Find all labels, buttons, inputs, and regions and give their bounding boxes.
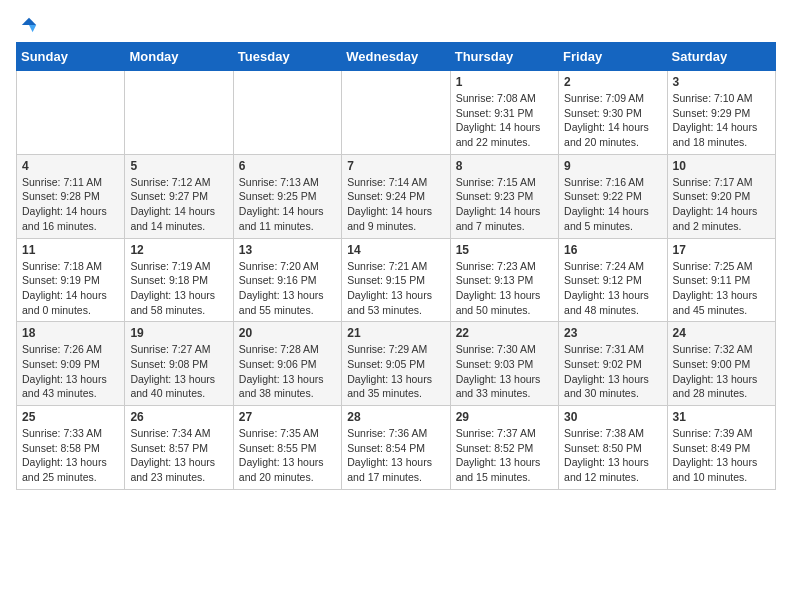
calendar-day-header: Saturday <box>667 43 775 71</box>
calendar-day-cell: 14Sunrise: 7:21 AM Sunset: 9:15 PM Dayli… <box>342 238 450 322</box>
day-info: Sunrise: 7:24 AM Sunset: 9:12 PM Dayligh… <box>564 259 661 318</box>
day-info: Sunrise: 7:37 AM Sunset: 8:52 PM Dayligh… <box>456 426 553 485</box>
day-number: 27 <box>239 410 336 424</box>
calendar-day-header: Monday <box>125 43 233 71</box>
day-number: 16 <box>564 243 661 257</box>
day-number: 24 <box>673 326 770 340</box>
day-number: 30 <box>564 410 661 424</box>
logo-icon <box>20 16 38 34</box>
calendar-day-cell: 6Sunrise: 7:13 AM Sunset: 9:25 PM Daylig… <box>233 154 341 238</box>
calendar-day-cell: 17Sunrise: 7:25 AM Sunset: 9:11 PM Dayli… <box>667 238 775 322</box>
logo <box>16 16 38 34</box>
day-info: Sunrise: 7:25 AM Sunset: 9:11 PM Dayligh… <box>673 259 770 318</box>
svg-marker-1 <box>29 25 36 32</box>
day-info: Sunrise: 7:38 AM Sunset: 8:50 PM Dayligh… <box>564 426 661 485</box>
day-number: 23 <box>564 326 661 340</box>
calendar-header-row: SundayMondayTuesdayWednesdayThursdayFrid… <box>17 43 776 71</box>
day-number: 8 <box>456 159 553 173</box>
day-info: Sunrise: 7:28 AM Sunset: 9:06 PM Dayligh… <box>239 342 336 401</box>
day-info: Sunrise: 7:14 AM Sunset: 9:24 PM Dayligh… <box>347 175 444 234</box>
calendar-day-cell: 18Sunrise: 7:26 AM Sunset: 9:09 PM Dayli… <box>17 322 125 406</box>
calendar-day-header: Wednesday <box>342 43 450 71</box>
calendar-day-cell: 24Sunrise: 7:32 AM Sunset: 9:00 PM Dayli… <box>667 322 775 406</box>
day-info: Sunrise: 7:32 AM Sunset: 9:00 PM Dayligh… <box>673 342 770 401</box>
day-number: 11 <box>22 243 119 257</box>
day-number: 6 <box>239 159 336 173</box>
day-info: Sunrise: 7:17 AM Sunset: 9:20 PM Dayligh… <box>673 175 770 234</box>
calendar-week-row: 1Sunrise: 7:08 AM Sunset: 9:31 PM Daylig… <box>17 71 776 155</box>
day-info: Sunrise: 7:12 AM Sunset: 9:27 PM Dayligh… <box>130 175 227 234</box>
day-info: Sunrise: 7:08 AM Sunset: 9:31 PM Dayligh… <box>456 91 553 150</box>
calendar-table: SundayMondayTuesdayWednesdayThursdayFrid… <box>16 42 776 490</box>
calendar-day-cell: 13Sunrise: 7:20 AM Sunset: 9:16 PM Dayli… <box>233 238 341 322</box>
calendar-day-cell: 22Sunrise: 7:30 AM Sunset: 9:03 PM Dayli… <box>450 322 558 406</box>
calendar-day-header: Thursday <box>450 43 558 71</box>
day-info: Sunrise: 7:16 AM Sunset: 9:22 PM Dayligh… <box>564 175 661 234</box>
calendar-day-cell: 2Sunrise: 7:09 AM Sunset: 9:30 PM Daylig… <box>559 71 667 155</box>
day-info: Sunrise: 7:31 AM Sunset: 9:02 PM Dayligh… <box>564 342 661 401</box>
day-number: 18 <box>22 326 119 340</box>
day-number: 4 <box>22 159 119 173</box>
day-number: 15 <box>456 243 553 257</box>
day-number: 17 <box>673 243 770 257</box>
page-header <box>16 16 776 34</box>
day-info: Sunrise: 7:23 AM Sunset: 9:13 PM Dayligh… <box>456 259 553 318</box>
day-info: Sunrise: 7:27 AM Sunset: 9:08 PM Dayligh… <box>130 342 227 401</box>
calendar-day-cell: 28Sunrise: 7:36 AM Sunset: 8:54 PM Dayli… <box>342 406 450 490</box>
day-number: 14 <box>347 243 444 257</box>
calendar-day-cell <box>342 71 450 155</box>
calendar-week-row: 4Sunrise: 7:11 AM Sunset: 9:28 PM Daylig… <box>17 154 776 238</box>
calendar-week-row: 18Sunrise: 7:26 AM Sunset: 9:09 PM Dayli… <box>17 322 776 406</box>
calendar-day-cell: 15Sunrise: 7:23 AM Sunset: 9:13 PM Dayli… <box>450 238 558 322</box>
calendar-day-cell: 12Sunrise: 7:19 AM Sunset: 9:18 PM Dayli… <box>125 238 233 322</box>
day-number: 10 <box>673 159 770 173</box>
calendar-day-cell: 9Sunrise: 7:16 AM Sunset: 9:22 PM Daylig… <box>559 154 667 238</box>
calendar-day-cell: 5Sunrise: 7:12 AM Sunset: 9:27 PM Daylig… <box>125 154 233 238</box>
calendar-day-cell: 20Sunrise: 7:28 AM Sunset: 9:06 PM Dayli… <box>233 322 341 406</box>
calendar-day-header: Tuesday <box>233 43 341 71</box>
day-number: 7 <box>347 159 444 173</box>
day-info: Sunrise: 7:18 AM Sunset: 9:19 PM Dayligh… <box>22 259 119 318</box>
svg-marker-0 <box>22 18 36 25</box>
calendar-day-cell: 25Sunrise: 7:33 AM Sunset: 8:58 PM Dayli… <box>17 406 125 490</box>
day-info: Sunrise: 7:29 AM Sunset: 9:05 PM Dayligh… <box>347 342 444 401</box>
calendar-day-cell: 30Sunrise: 7:38 AM Sunset: 8:50 PM Dayli… <box>559 406 667 490</box>
calendar-day-cell: 8Sunrise: 7:15 AM Sunset: 9:23 PM Daylig… <box>450 154 558 238</box>
calendar-day-cell: 4Sunrise: 7:11 AM Sunset: 9:28 PM Daylig… <box>17 154 125 238</box>
day-info: Sunrise: 7:11 AM Sunset: 9:28 PM Dayligh… <box>22 175 119 234</box>
day-info: Sunrise: 7:20 AM Sunset: 9:16 PM Dayligh… <box>239 259 336 318</box>
calendar-day-header: Friday <box>559 43 667 71</box>
calendar-day-cell: 7Sunrise: 7:14 AM Sunset: 9:24 PM Daylig… <box>342 154 450 238</box>
day-number: 20 <box>239 326 336 340</box>
day-number: 12 <box>130 243 227 257</box>
day-number: 22 <box>456 326 553 340</box>
day-info: Sunrise: 7:30 AM Sunset: 9:03 PM Dayligh… <box>456 342 553 401</box>
day-number: 19 <box>130 326 227 340</box>
calendar-day-cell: 3Sunrise: 7:10 AM Sunset: 9:29 PM Daylig… <box>667 71 775 155</box>
day-info: Sunrise: 7:15 AM Sunset: 9:23 PM Dayligh… <box>456 175 553 234</box>
calendar-day-cell: 21Sunrise: 7:29 AM Sunset: 9:05 PM Dayli… <box>342 322 450 406</box>
day-info: Sunrise: 7:09 AM Sunset: 9:30 PM Dayligh… <box>564 91 661 150</box>
calendar-day-cell: 1Sunrise: 7:08 AM Sunset: 9:31 PM Daylig… <box>450 71 558 155</box>
day-number: 5 <box>130 159 227 173</box>
calendar-day-cell <box>233 71 341 155</box>
day-number: 28 <box>347 410 444 424</box>
calendar-day-cell: 11Sunrise: 7:18 AM Sunset: 9:19 PM Dayli… <box>17 238 125 322</box>
calendar-day-cell: 27Sunrise: 7:35 AM Sunset: 8:55 PM Dayli… <box>233 406 341 490</box>
day-info: Sunrise: 7:13 AM Sunset: 9:25 PM Dayligh… <box>239 175 336 234</box>
calendar-week-row: 25Sunrise: 7:33 AM Sunset: 8:58 PM Dayli… <box>17 406 776 490</box>
calendar-day-cell: 26Sunrise: 7:34 AM Sunset: 8:57 PM Dayli… <box>125 406 233 490</box>
day-number: 3 <box>673 75 770 89</box>
calendar-day-cell: 23Sunrise: 7:31 AM Sunset: 9:02 PM Dayli… <box>559 322 667 406</box>
day-number: 26 <box>130 410 227 424</box>
calendar-day-cell <box>125 71 233 155</box>
day-info: Sunrise: 7:21 AM Sunset: 9:15 PM Dayligh… <box>347 259 444 318</box>
day-number: 2 <box>564 75 661 89</box>
day-number: 21 <box>347 326 444 340</box>
day-number: 29 <box>456 410 553 424</box>
calendar-day-cell: 31Sunrise: 7:39 AM Sunset: 8:49 PM Dayli… <box>667 406 775 490</box>
day-number: 13 <box>239 243 336 257</box>
calendar-day-cell: 10Sunrise: 7:17 AM Sunset: 9:20 PM Dayli… <box>667 154 775 238</box>
calendar-week-row: 11Sunrise: 7:18 AM Sunset: 9:19 PM Dayli… <box>17 238 776 322</box>
calendar-day-cell: 19Sunrise: 7:27 AM Sunset: 9:08 PM Dayli… <box>125 322 233 406</box>
